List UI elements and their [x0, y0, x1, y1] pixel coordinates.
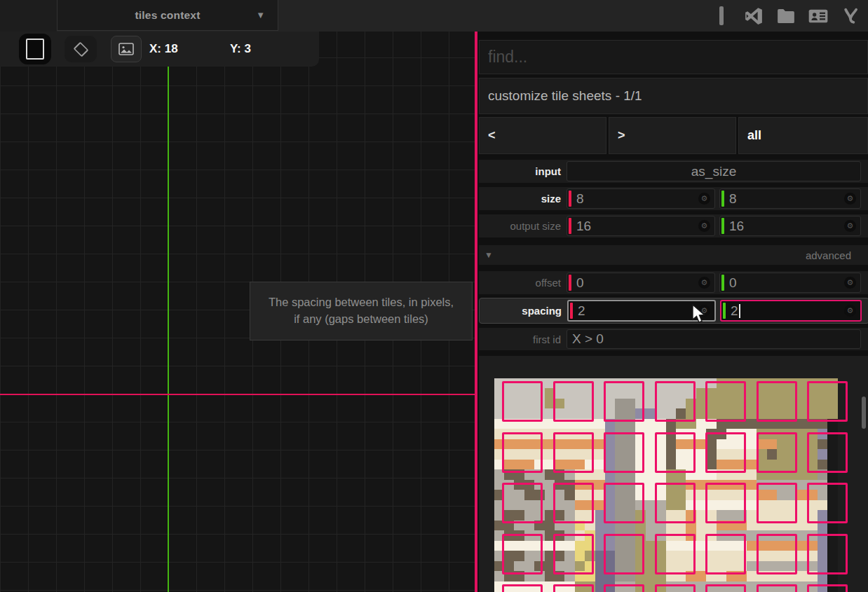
tooltip-text: The spacing between tiles, in pixels, if… — [269, 296, 454, 325]
vscode-icon[interactable] — [742, 4, 766, 28]
scrollbar-thumb[interactable] — [862, 397, 866, 429]
input-row: input as_size — [479, 160, 868, 183]
spacing-x-value: 2 — [573, 303, 698, 319]
tile-selection-box[interactable] — [502, 381, 543, 422]
gear-icon[interactable]: ⚙ — [698, 305, 710, 317]
size-x-field[interactable]: 8 ⚙ — [567, 188, 715, 209]
tile-selection-box[interactable] — [655, 381, 696, 422]
context-dropdown[interactable]: tiles context ▼ — [57, 0, 278, 31]
panel-header-title: customize tile sheets - 1/1 — [488, 88, 642, 104]
first-id-row: first id X > 0 — [479, 328, 868, 350]
input-name-field[interactable]: as_size — [567, 161, 861, 181]
input-name-value: as_size — [567, 164, 860, 179]
tilesheet-preview[interactable] — [479, 356, 868, 592]
image-tool-button[interactable] — [111, 36, 142, 62]
first-id-field[interactable]: X > 0 — [567, 329, 861, 349]
prev-sheet-button[interactable]: < — [479, 117, 606, 154]
gear-icon[interactable]: ⚙ — [844, 193, 856, 205]
size-x-value: 8 — [571, 191, 698, 207]
fork-icon[interactable] — [839, 4, 862, 28]
next-sheet-button[interactable]: > — [609, 117, 736, 154]
gear-icon[interactable]: ⚙ — [844, 220, 856, 232]
tile-selection-box[interactable] — [604, 432, 644, 473]
folder-icon[interactable] — [774, 4, 798, 28]
size-y-field[interactable]: 8 ⚙ — [719, 188, 861, 209]
divider-bar-icon — [710, 4, 733, 28]
topbar-left-block — [0, 0, 57, 32]
topbar-icon-group — [710, 0, 862, 32]
tile-selection-box[interactable] — [705, 381, 746, 422]
spacing-label: spacing — [480, 305, 562, 317]
tile-selection-box[interactable] — [757, 534, 797, 574]
tile-selection-box[interactable] — [502, 483, 543, 523]
tile-selection-box[interactable] — [655, 584, 696, 592]
gear-icon[interactable]: ⚙ — [698, 193, 710, 205]
collapse-triangle-icon[interactable]: ▼ — [479, 250, 493, 260]
tile-selection-box[interactable] — [655, 534, 696, 574]
tile-selection-box[interactable] — [604, 381, 644, 422]
tile-selection-box[interactable] — [553, 584, 594, 592]
tile-selection-box[interactable] — [807, 432, 848, 473]
spacing-y-field[interactable]: 2 ⚙ — [720, 300, 862, 322]
top-bar: tiles context ▼ — [0, 0, 868, 32]
first-id-label: first id — [479, 333, 561, 345]
output-size-x-field[interactable]: 16 ⚙ — [567, 216, 715, 236]
tile-selection-box[interactable] — [757, 483, 797, 523]
tile-selection-box[interactable] — [655, 483, 696, 523]
tile-selection-box[interactable] — [757, 381, 797, 422]
tile-selection-box[interactable] — [655, 432, 696, 473]
tile-selection-box[interactable] — [807, 381, 848, 422]
diamond-tool-button[interactable] — [65, 36, 97, 62]
gear-icon[interactable]: ⚙ — [844, 277, 856, 289]
crosshair-vertical-line — [168, 32, 169, 592]
panel-header: customize tile sheets - 1/1 — [479, 78, 868, 114]
tile-selection-box[interactable] — [604, 483, 644, 523]
tile-selection-box[interactable] — [757, 584, 797, 592]
output-size-y-field[interactable]: 16 ⚙ — [719, 216, 861, 236]
tile-selection-box[interactable] — [705, 432, 746, 473]
tile-selection-box[interactable] — [705, 534, 746, 574]
tile-selection-box[interactable] — [553, 534, 594, 574]
tile-selection-box[interactable] — [705, 584, 746, 592]
text-caret — [739, 304, 740, 318]
tile-selection-box[interactable] — [604, 584, 644, 592]
first-id-value: X > 0 — [567, 331, 860, 347]
offset-y-field[interactable]: 0 ⚙ — [719, 273, 861, 293]
tile-selection-box[interactable] — [553, 483, 594, 523]
gear-icon[interactable]: ⚙ — [844, 305, 856, 317]
output-size-label: output size — [479, 220, 561, 232]
tile-selection-box[interactable] — [604, 534, 644, 574]
map-canvas[interactable]: X: 18 Y: 3 The spacing between tiles, in… — [0, 32, 475, 592]
size-row: size 8 ⚙ 8 ⚙ — [479, 187, 868, 210]
tile-selection-box[interactable] — [502, 534, 543, 574]
tile-selection-box[interactable] — [553, 432, 594, 473]
canvas-toolbar: X: 18 Y: 3 — [0, 32, 319, 67]
tile-selection-box[interactable] — [502, 432, 543, 473]
offset-x-value: 0 — [571, 275, 698, 291]
offset-row: offset 0 ⚙ 0 ⚙ — [479, 271, 868, 294]
tile-selection-box[interactable] — [502, 584, 543, 592]
size-y-value: 8 — [724, 191, 844, 207]
tile-selection-box[interactable] — [553, 381, 594, 422]
advanced-section-row[interactable]: ▼ advanced — [479, 245, 868, 265]
output-size-y-value: 16 — [724, 219, 844, 234]
spacing-x-field[interactable]: 2 ⚙ — [567, 300, 716, 322]
tile-selection-box[interactable] — [757, 432, 797, 473]
tile-selection-box[interactable] — [705, 483, 746, 523]
coordinate-x-readout: X: 18 — [149, 34, 178, 64]
all-sheets-button[interactable]: all — [738, 117, 868, 154]
tile-swatch-button[interactable] — [19, 34, 51, 64]
output-size-x-value: 16 — [571, 219, 698, 234]
coordinate-y-readout: Y: 3 — [230, 34, 251, 64]
spacing-y-value: 2 — [726, 303, 844, 319]
offset-x-field[interactable]: 0 ⚙ — [567, 273, 715, 293]
contact-card-icon[interactable] — [806, 4, 830, 28]
spacing-tooltip: The spacing between tiles, in pixels, if… — [250, 282, 473, 340]
tile-selection-box[interactable] — [807, 483, 848, 523]
tile-selection-box[interactable] — [807, 534, 848, 574]
tile-selection-box[interactable] — [807, 584, 848, 592]
find-input[interactable] — [480, 48, 867, 67]
advanced-label: advanced — [806, 249, 851, 261]
gear-icon[interactable]: ⚙ — [698, 220, 710, 232]
gear-icon[interactable]: ⚙ — [698, 277, 710, 289]
